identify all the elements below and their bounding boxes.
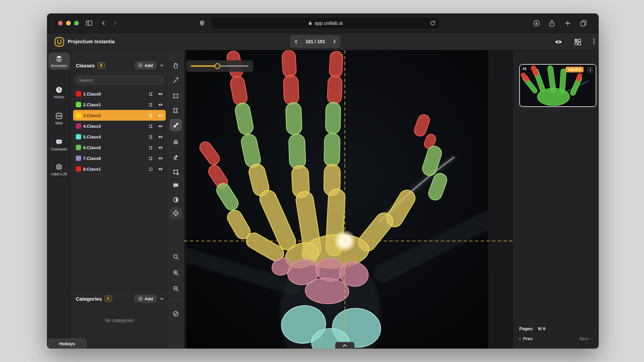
eye-icon[interactable] [158, 134, 163, 139]
target-tool-button[interactable] [170, 207, 182, 219]
reload-icon[interactable] [429, 20, 436, 26]
polygon-icon[interactable] [148, 113, 153, 118]
collapse-panel-tab[interactable] [335, 342, 355, 349]
categories-count-badge: 0 [105, 296, 112, 302]
thumbnail-menu-button[interactable] [587, 66, 594, 73]
add-category-button[interactable]: Add [135, 295, 157, 303]
minimize-traffic-light[interactable] [66, 21, 71, 25]
eye-icon[interactable] [158, 124, 163, 129]
search-tool-button[interactable] [170, 251, 182, 263]
unitlab-logo [54, 37, 64, 47]
sidebar-item-history[interactable]: History [48, 84, 70, 101]
rail-label: Annotation [51, 64, 67, 68]
url-bar[interactable]: app.unitlab.ai [211, 18, 439, 28]
sidebar-item-label-llm[interactable]: Label-LLM [48, 161, 70, 178]
brush-cursor [334, 230, 356, 252]
magic-wand-tool-button[interactable] [170, 74, 182, 86]
chevron-down-icon[interactable] [159, 63, 164, 68]
class-color-swatch [76, 166, 81, 172]
comment-tool-button[interactable] [170, 179, 182, 191]
crosshair-target-icon [172, 209, 179, 217]
class-row[interactable]: 5.Class4 [73, 131, 166, 142]
disabled-tool-button[interactable] [170, 308, 182, 320]
transform-tool-button[interactable] [170, 166, 182, 178]
eye-icon[interactable] [158, 92, 163, 97]
add-class-button[interactable]: Add [135, 61, 157, 70]
slider-knob[interactable] [214, 63, 220, 69]
plus-circle-icon [138, 63, 143, 68]
class-row-selected[interactable]: 3.Class2 [73, 110, 166, 121]
eye-icon[interactable] [158, 156, 163, 161]
zoom-in-button[interactable] [170, 267, 182, 279]
polygon-icon[interactable] [148, 134, 153, 139]
polygon-icon[interactable] [148, 92, 153, 97]
next-image-icon[interactable] [332, 39, 337, 44]
polygon-icon[interactable] [148, 124, 153, 129]
new-tab-icon[interactable] [564, 19, 572, 27]
clock-icon [55, 86, 63, 94]
classes-panel: Classes 8 Add 1.Class0 [71, 50, 168, 349]
chevron-down-icon[interactable] [159, 296, 164, 301]
xray-image[interactable] [186, 50, 488, 349]
categories-header: Categories 0 Add [76, 294, 164, 304]
class-label: 5.Class4 [83, 134, 101, 139]
class-row[interactable]: 1.Class0 [73, 88, 166, 99]
polygon-icon[interactable] [148, 156, 153, 161]
class-label: 7.Class6 [83, 156, 101, 161]
hotkeys-label: Hotkeys [59, 342, 75, 346]
eye-icon[interactable] [158, 145, 163, 150]
forward-icon[interactable] [111, 19, 119, 27]
slider-fill [191, 65, 217, 67]
sidebar-toggle-icon[interactable] [86, 19, 93, 27]
polygon-tool-button[interactable] [170, 104, 182, 116]
image-pager: 101 / 101 [290, 35, 340, 48]
next-page-button[interactable]: Next › [579, 336, 593, 341]
class-row[interactable]: 4.Class3 [73, 121, 166, 131]
rectangle-tool-button[interactable] [170, 90, 182, 102]
brush-size-slider[interactable] [186, 60, 253, 72]
sidebar-item-annotation[interactable]: Annotation [48, 53, 70, 70]
prev-image-icon[interactable] [293, 39, 299, 44]
canvas-viewport[interactable] [184, 50, 513, 349]
next-label: Next [579, 336, 589, 341]
eye-icon[interactable] [158, 113, 163, 118]
eye-icon[interactable] [158, 102, 163, 107]
zoom-out-button[interactable] [170, 283, 182, 295]
hand-tool-button[interactable] [170, 60, 182, 72]
class-row[interactable]: 6.Class5 [73, 142, 166, 153]
share-icon[interactable] [548, 19, 556, 27]
panel-divider [71, 289, 168, 289]
maximize-traffic-light[interactable] [74, 21, 79, 25]
class-row[interactable]: 7.Class6 [73, 153, 166, 164]
downloads-icon[interactable] [533, 19, 540, 27]
image-thumbnail-card[interactable]: #1 Labeled [519, 64, 596, 107]
sidebar-item-comments[interactable]: Comments [48, 136, 70, 153]
prev-page-button[interactable]: ‹ Prev [519, 336, 533, 341]
polygon-icon[interactable] [148, 102, 153, 107]
class-row[interactable]: 2.Class1 [73, 99, 166, 110]
contrast-tool-button[interactable] [170, 194, 182, 206]
class-label: 1.Class0 [83, 92, 101, 97]
polygon-icon[interactable] [148, 145, 153, 150]
layout-grid-icon[interactable] [574, 38, 582, 46]
rectangle-icon[interactable] [148, 167, 153, 172]
visibility-icon[interactable] [554, 38, 562, 46]
rail-label: Meta [55, 121, 63, 125]
kebab-menu-icon[interactable] [590, 38, 598, 45]
close-traffic-light[interactable] [58, 21, 63, 25]
rail-label: Comments [51, 147, 67, 151]
privacy-shield-icon[interactable] [199, 19, 206, 27]
magnet-tool-button[interactable] [170, 136, 182, 148]
brush-tool-button[interactable] [170, 119, 182, 131]
sidebar-item-meta[interactable]: Meta [48, 110, 70, 127]
zoom-in-icon [172, 269, 179, 277]
tabs-overview-icon[interactable] [580, 19, 587, 27]
eye-icon[interactable] [158, 167, 163, 172]
browser-window: app.unitlab.ai Projectium Instantia [47, 13, 599, 349]
class-color-swatch [76, 134, 81, 139]
back-icon[interactable] [100, 19, 107, 27]
hotkeys-button[interactable]: Hotkeys [48, 339, 86, 349]
eraser-tool-button[interactable] [170, 151, 182, 163]
search-input[interactable] [75, 76, 164, 84]
class-row[interactable]: 8.Class1 [73, 164, 166, 174]
